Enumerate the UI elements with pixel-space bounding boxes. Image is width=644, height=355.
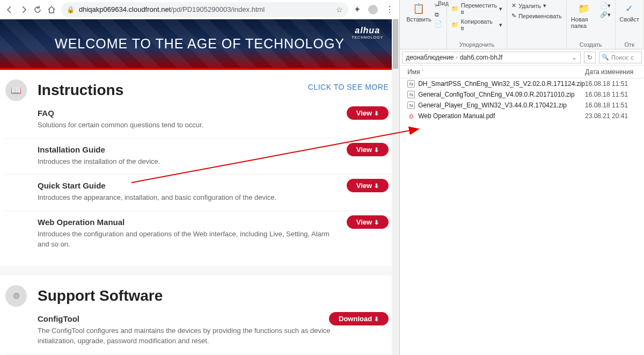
delete-button[interactable]: ✕ Удалить ▾ bbox=[511, 2, 562, 9]
col-date-header: Дата изменения bbox=[585, 68, 644, 76]
zip-icon: 7z bbox=[407, 91, 415, 98]
file-name: General_Player_Eng_WIN32_V3.44.0.R.17042… bbox=[418, 102, 585, 109]
view-button[interactable]: View bbox=[347, 106, 389, 120]
item-title: Installation Guide bbox=[38, 145, 340, 154]
file-name: General_ConfigTool_ChnEng_V4.09.0.R.2017… bbox=[418, 91, 585, 98]
item-desc: Introduces the installation of the devic… bbox=[38, 156, 340, 167]
hero-banner: WELCOME TO THE AGE OF TECHNOLOGY alhua T… bbox=[0, 19, 399, 68]
list-item: Quick Start Guide Introduces the appeara… bbox=[5, 175, 394, 211]
file-row[interactable]: 7z DH_SmartPSS_ChnEng_Win32_IS_V2.02.0.R… bbox=[400, 78, 644, 89]
explorer-pane: Вид 📋 Вставить ✂ ⧉ 📄 📁 Переместить в ▾ 📁… bbox=[400, 0, 644, 355]
breadcrumb[interactable]: деонаблюдение › dah6.com-bhJf ⌄ bbox=[402, 52, 581, 63]
item-title: Quick Start Guide bbox=[38, 181, 340, 190]
home-icon[interactable] bbox=[47, 5, 56, 14]
zip-icon: 7z bbox=[407, 102, 415, 109]
list-item: FAQ Solutions for certain common questio… bbox=[5, 102, 394, 139]
reload-icon[interactable] bbox=[33, 5, 42, 14]
scrollbar-thumb[interactable] bbox=[393, 19, 398, 69]
explorer-address-row: деонаблюдение › dah6.com-bhJf ⌄ ↻ 🔍 Поис… bbox=[400, 49, 644, 66]
section: ⊚ Support Software ConfigTool The Config… bbox=[0, 276, 399, 356]
item-title: FAQ bbox=[38, 108, 340, 118]
browser-pane: 🔒 dhiqakp069634.cloudfront.net/pd/PD1905… bbox=[0, 0, 400, 355]
file-date: 16.08.18 11:51 bbox=[585, 80, 644, 88]
extensions-icon[interactable]: ✦ bbox=[354, 4, 361, 15]
file-date: 16.08.18 11:51 bbox=[585, 91, 644, 98]
menu-icon[interactable]: ⋮ bbox=[385, 4, 394, 15]
refresh-button[interactable]: ↻ bbox=[584, 52, 596, 63]
bookmark-icon[interactable]: ☆ bbox=[336, 5, 343, 14]
item-title: ConfigTool bbox=[38, 314, 340, 323]
back-icon[interactable] bbox=[5, 5, 14, 14]
list-header[interactable]: Имя ˆ Дата изменения bbox=[400, 66, 644, 78]
search-input[interactable]: 🔍 Поиск: с bbox=[599, 52, 642, 63]
brand-logo: alhua TECHNOLOGY bbox=[352, 26, 383, 39]
file-date: 16.08.18 11:51 bbox=[585, 102, 644, 109]
zip-icon: 7z bbox=[407, 80, 415, 88]
file-row[interactable]: 7z General_Player_Eng_WIN32_V3.44.0.R.17… bbox=[400, 100, 644, 111]
file-date: 23.08.21 20:41 bbox=[585, 112, 644, 120]
lock-icon: 🔒 bbox=[67, 6, 75, 13]
copy-button[interactable]: ⧉ bbox=[435, 11, 442, 18]
section-title: Instructions bbox=[38, 82, 123, 99]
ribbon-tab[interactable]: Вид bbox=[435, 0, 452, 8]
file-row[interactable]: 7z General_ConfigTool_ChnEng_V4.09.0.R.2… bbox=[400, 89, 644, 100]
item-desc: Introduces the configuration and operati… bbox=[38, 229, 340, 250]
new-folder-button[interactable]: 📁 Новая папка bbox=[571, 2, 597, 29]
address-bar[interactable]: 🔒 dhiqakp069634.cloudfront.net/pd/PD1905… bbox=[61, 2, 348, 17]
view-button[interactable]: View bbox=[347, 179, 389, 192]
item-title: Web Operation Manual bbox=[38, 218, 340, 227]
col-name-header: Имя ˆ bbox=[400, 68, 585, 76]
url-path: /pd/PD1905290003/index.html bbox=[171, 5, 265, 13]
properties-button[interactable]: ✓ Свойст bbox=[620, 2, 639, 23]
paste-shortcut-button[interactable]: 📄 bbox=[435, 20, 442, 27]
file-list: Имя ˆ Дата изменения 7z DH_SmartPSS_ChnE… bbox=[400, 66, 644, 355]
pdf-icon: ⎙ bbox=[407, 112, 415, 120]
list-item: Installation Guide Introduces the instal… bbox=[5, 139, 394, 175]
copy-to-button[interactable]: 📁 Копировать в ▾ bbox=[451, 18, 502, 31]
rename-button[interactable]: ✎ Переименовать bbox=[511, 12, 562, 19]
view-button[interactable]: View bbox=[347, 143, 389, 156]
list-item: Web Operation Manual Introduces the conf… bbox=[5, 211, 394, 250]
item-desc: Solutions for certain common questions t… bbox=[38, 120, 340, 131]
file-name: DH_SmartPSS_ChnEng_Win32_IS_V2.02.0.R.17… bbox=[418, 80, 585, 88]
download-button[interactable]: Download bbox=[329, 312, 389, 325]
file-name: Web Operation Manual.pdf bbox=[418, 112, 585, 120]
section-title: Support Software bbox=[38, 287, 163, 305]
ribbon: Вид 📋 Вставить ✂ ⧉ 📄 📁 Переместить в ▾ 📁… bbox=[400, 0, 644, 49]
item-desc: The ConfigTool configures and maintains … bbox=[38, 325, 340, 346]
see-more-link[interactable]: CLICK TO SEE MORE bbox=[308, 83, 389, 91]
profile-icon[interactable] bbox=[368, 5, 378, 15]
easy-access-button[interactable]: 🔗▾ bbox=[600, 11, 611, 18]
forward-icon[interactable] bbox=[19, 5, 28, 14]
scrollbar[interactable] bbox=[392, 19, 399, 355]
section-icon: ⊚ bbox=[5, 285, 27, 307]
move-to-button[interactable]: 📁 Переместить в ▾ bbox=[451, 2, 502, 15]
page-content: WELCOME TO THE AGE OF TECHNOLOGY alhua T… bbox=[0, 19, 399, 355]
paste-button[interactable]: 📋 Вставить bbox=[406, 2, 431, 23]
file-row[interactable]: ⎙ Web Operation Manual.pdf 23.08.21 20:4… bbox=[400, 111, 644, 121]
browser-toolbar: 🔒 dhiqakp069634.cloudfront.net/pd/PD1905… bbox=[0, 0, 399, 19]
view-button[interactable]: View bbox=[347, 215, 389, 229]
section-icon: 📖 bbox=[5, 79, 27, 101]
list-item: ConfigTool The ConfigTool configures and… bbox=[5, 308, 394, 354]
url-domain: dhiqakp069634.cloudfront.net bbox=[79, 5, 171, 13]
new-item-button[interactable]: 📄▾ bbox=[600, 2, 611, 9]
section: 📖 Instructions CLICK TO SEE MORE FAQ Sol… bbox=[0, 70, 399, 266]
item-desc: Introduces the appearance, installation,… bbox=[38, 192, 340, 203]
